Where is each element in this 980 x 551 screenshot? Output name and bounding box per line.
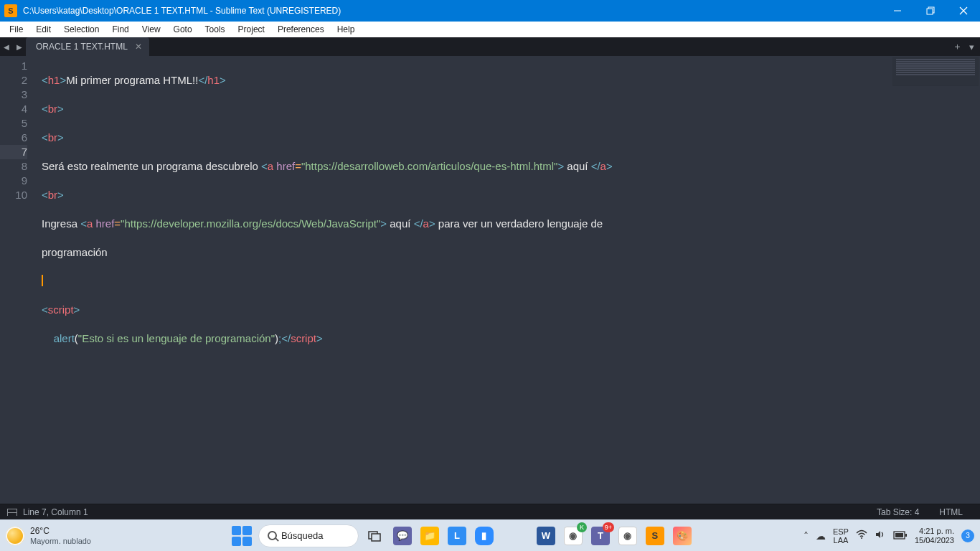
lang-bot: LAA bbox=[833, 536, 849, 545]
code-text: para ver un verdadero lenguaje de bbox=[435, 217, 606, 230]
clock-time: 4:21 p. m. bbox=[915, 527, 954, 536]
taskbar-search[interactable]: Búsqueda bbox=[258, 524, 359, 547]
window-title: C:\Users\katag\Desktop\ORACLE 1 TEXT.HTM… bbox=[22, 6, 881, 16]
minimap[interactable] bbox=[892, 57, 979, 86]
tab-history-forward-icon[interactable]: ▶ bbox=[13, 37, 26, 56]
code-string: "Esto si es un lenguaje de programación" bbox=[78, 332, 275, 344]
menu-project[interactable]: Project bbox=[232, 23, 271, 36]
weather-temp: 26°C bbox=[30, 526, 91, 536]
menu-preferences[interactable]: Preferences bbox=[271, 23, 331, 36]
code-string: "https://desarrolloweb.com/articulos/que… bbox=[301, 160, 557, 172]
taskbar-app-l[interactable]: L bbox=[446, 525, 468, 547]
start-button[interactable] bbox=[231, 525, 253, 547]
tray-clock[interactable]: 4:21 p. m. 15/04/2023 bbox=[915, 527, 954, 545]
tray-language[interactable]: ESP LAA bbox=[833, 527, 849, 545]
panel-switcher-icon[interactable] bbox=[7, 509, 17, 516]
taskbar-app-chrome-2[interactable]: ◉ bbox=[617, 525, 639, 547]
svg-rect-9 bbox=[905, 534, 907, 537]
code-text: aquí bbox=[387, 217, 414, 230]
editor[interactable]: 1234 5678 910 <h1>Mi primer programa HTM… bbox=[0, 56, 980, 504]
tab-history-back-icon[interactable]: ◀ bbox=[0, 37, 13, 56]
taskbar-app-chrome-1[interactable]: ◉ K bbox=[562, 525, 584, 547]
svg-rect-6 bbox=[372, 534, 380, 541]
taskbar-app-explorer[interactable]: 📁 bbox=[419, 525, 440, 547]
tray-chevron-icon[interactable]: ˄ bbox=[804, 530, 809, 542]
chrome-badge: K bbox=[577, 522, 587, 532]
search-icon bbox=[268, 531, 277, 540]
tray-volume-icon[interactable] bbox=[875, 529, 886, 542]
code-text: programación bbox=[42, 246, 108, 258]
menu-selection[interactable]: Selection bbox=[57, 23, 105, 36]
tab-strip: ◀ ▶ ORACLE 1 TEXT.HTML ✕ ＋ ▾ bbox=[0, 37, 980, 56]
code-text: Mi primer programa HTML!! bbox=[66, 74, 198, 86]
menu-view[interactable]: View bbox=[136, 23, 167, 36]
gutter: 1234 5678 910 bbox=[0, 56, 34, 504]
menu-help[interactable]: Help bbox=[331, 23, 362, 36]
task-view-icon[interactable] bbox=[364, 525, 386, 547]
weather-desc: Mayorm. nublado bbox=[30, 536, 91, 546]
svg-rect-10 bbox=[895, 533, 903, 537]
clock-date: 15/04/2023 bbox=[915, 536, 954, 545]
taskbar-app-zoom[interactable]: ▮ bbox=[473, 525, 495, 547]
status-cursor: Line 7, Column 1 bbox=[23, 507, 88, 517]
lang-top: ESP bbox=[833, 527, 849, 536]
code-func: alert bbox=[54, 332, 75, 344]
taskbar-app-chat[interactable]: 💬 bbox=[392, 525, 413, 547]
tray-battery-icon[interactable] bbox=[893, 530, 908, 542]
code-string: "https://developer.mozilla.org/es/docs/W… bbox=[121, 217, 380, 230]
taskbar-weather[interactable]: 26°C Mayorm. nublado bbox=[6, 526, 121, 546]
tab-dropdown-icon[interactable]: ▾ bbox=[969, 42, 974, 52]
weather-icon bbox=[6, 527, 24, 545]
app-icon: S bbox=[4, 4, 17, 17]
tray-onedrive-icon[interactable]: ☁ bbox=[816, 530, 826, 542]
menu-file[interactable]: File bbox=[3, 23, 29, 36]
taskbar-app-teams[interactable]: T 9+ bbox=[590, 525, 611, 547]
statusbar: Line 7, Column 1 Tab Size: 4 HTML bbox=[0, 504, 980, 519]
code-text: aquí bbox=[564, 160, 591, 172]
code-area[interactable]: <h1>Mi primer programa HTML!!</h1> <br> … bbox=[34, 56, 980, 504]
window-titlebar: S C:\Users\katag\Desktop\ORACLE 1 TEXT.H… bbox=[0, 0, 980, 22]
maximize-button[interactable] bbox=[914, 0, 947, 22]
status-tabsize[interactable]: Tab Size: 4 bbox=[867, 507, 929, 517]
menu-find[interactable]: Find bbox=[105, 23, 135, 36]
file-tab[interactable]: ORACLE 1 TEXT.HTML ✕ bbox=[26, 37, 149, 56]
taskbar-app-sublime[interactable]: S bbox=[644, 525, 666, 547]
tab-close-icon[interactable]: ✕ bbox=[135, 42, 142, 52]
search-placeholder: Búsqueda bbox=[281, 530, 324, 541]
taskbar: 26°C Mayorm. nublado Búsqueda 💬 📁 L ▮ W … bbox=[0, 519, 980, 551]
svg-point-7 bbox=[861, 537, 862, 539]
menu-tools[interactable]: Tools bbox=[199, 23, 232, 36]
file-tab-label: ORACLE 1 TEXT.HTML bbox=[36, 42, 128, 52]
code-text: Ingresa bbox=[42, 217, 80, 230]
new-tab-icon[interactable]: ＋ bbox=[953, 40, 962, 53]
tray-wifi-icon[interactable] bbox=[856, 529, 867, 542]
taskbar-app-paint[interactable]: 🎨 bbox=[672, 525, 693, 547]
taskbar-app-word[interactable]: W bbox=[535, 525, 557, 547]
tray-notifications[interactable]: 3 bbox=[961, 529, 974, 542]
menu-goto[interactable]: Goto bbox=[167, 23, 199, 36]
menubar: File Edit Selection Find View Goto Tools… bbox=[0, 22, 980, 37]
status-syntax[interactable]: HTML bbox=[929, 507, 973, 517]
menu-edit[interactable]: Edit bbox=[29, 23, 57, 36]
svg-rect-2 bbox=[927, 9, 933, 14]
close-button[interactable] bbox=[947, 0, 980, 22]
minimize-button[interactable] bbox=[881, 0, 914, 22]
code-text: Será esto realmente un programa descubre… bbox=[42, 160, 261, 172]
teams-badge: 9+ bbox=[603, 522, 614, 532]
notif-count: 3 bbox=[966, 532, 970, 540]
